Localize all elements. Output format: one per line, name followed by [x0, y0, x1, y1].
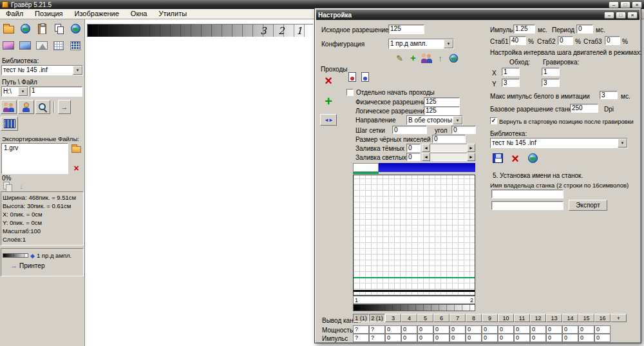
separate-passes-checkbox[interactable] [346, 89, 354, 96]
drive-select[interactable]: H:\ [1, 86, 28, 97]
channel-tab-11[interactable]: 11 [514, 314, 530, 322]
direction-select[interactable]: В обе стороны [406, 115, 463, 125]
power-cell-11[interactable]: 0 [514, 325, 530, 334]
list-item[interactable]: 1.grv [2, 144, 68, 153]
close-icon[interactable] [627, 12, 638, 19]
x-bypass-field[interactable]: 1 [502, 68, 520, 76]
scroll-right-icon[interactable] [467, 144, 475, 152]
power-cell-10[interactable]: 0 [498, 325, 514, 334]
channel-tab-4[interactable]: 4 [401, 314, 417, 322]
power-cell-16[interactable]: 0 [594, 325, 611, 334]
power-cell-8[interactable]: 0 [466, 325, 482, 334]
swap-arrows-icon[interactable] [320, 114, 337, 126]
pulse-cell-15[interactable]: 0 [578, 334, 594, 342]
menu-image[interactable]: Изображение [69, 9, 125, 19]
edit-pencil-icon[interactable] [393, 52, 406, 64]
add-plus-icon[interactable] [407, 52, 419, 64]
pulse-cell-3[interactable]: 0 [385, 334, 401, 342]
power-cell-14[interactable]: 0 [562, 325, 578, 334]
pulse-cell-2[interactable]: ? [369, 334, 385, 342]
users-icon[interactable] [421, 52, 433, 64]
power-cell-5[interactable]: 0 [417, 325, 433, 334]
angle-field[interactable]: 0 [451, 126, 476, 134]
pulse-cell-7[interactable]: 0 [450, 334, 466, 342]
chevron-down-icon[interactable] [73, 66, 82, 75]
channel-tab-14[interactable]: 14 [562, 314, 578, 322]
image-icon[interactable] [1, 38, 16, 53]
scroll-track[interactable] [430, 153, 467, 161]
stab3-field[interactable]: 0 [605, 36, 620, 45]
arrow-right-icon[interactable] [58, 100, 71, 114]
fill-light-slider[interactable] [422, 153, 475, 161]
channel-tab-7[interactable]: 7 [450, 314, 466, 322]
x-engrave-field[interactable]: 1 [542, 68, 560, 76]
exported-files-list[interactable]: 1.grv [1, 143, 68, 174]
power-cell-12[interactable]: 0 [530, 325, 546, 334]
stab1-field[interactable]: 40 [509, 36, 526, 45]
y-engrave-field[interactable]: 3 [542, 79, 560, 87]
channel-tab-+[interactable]: + [611, 314, 627, 322]
copy-page-icon[interactable] [346, 72, 358, 82]
pulse-cell-4[interactable]: 0 [401, 334, 417, 342]
channel-tab-2(1)[interactable]: 2 (1) [369, 314, 385, 322]
logical-resolution-field[interactable]: 125 [424, 106, 460, 115]
save-disk-icon[interactable] [490, 151, 506, 165]
grid-step-field[interactable]: 0 [392, 126, 427, 134]
add-plus-icon[interactable] [321, 95, 336, 108]
menu-utilities[interactable]: Утилиты [153, 9, 193, 19]
library-select[interactable]: тест № 145 .inf [490, 138, 628, 148]
globe-icon[interactable] [448, 52, 460, 64]
maximize-icon[interactable] [620, 1, 630, 8]
maximize-icon[interactable] [616, 12, 626, 19]
channel-tab-8[interactable]: 8 [466, 314, 482, 322]
globe-icon[interactable] [525, 151, 540, 165]
physical-resolution-field[interactable]: 125 [424, 97, 460, 106]
channel-tab-13[interactable]: 13 [546, 314, 562, 322]
library-select[interactable]: тест № 145 .inf [1, 65, 83, 75]
pulse-cell-1[interactable]: ? [353, 334, 369, 342]
pulse-cell-10[interactable]: 0 [498, 334, 514, 342]
power-cell-2[interactable]: ? [369, 325, 385, 334]
channel-tab-3[interactable]: 3 [385, 314, 401, 322]
menu-position[interactable]: Позиция [29, 9, 69, 19]
channel-tab-1(1)[interactable]: 1 (1) [353, 314, 369, 322]
chevron-down-icon[interactable] [18, 87, 28, 96]
pulse-cell-16[interactable]: 0 [594, 334, 611, 342]
delete-x-icon[interactable] [321, 74, 336, 87]
menu-file[interactable]: Файл [0, 9, 29, 19]
file-name-field[interactable]: 1 [30, 86, 82, 97]
channel-tab-9[interactable]: 9 [482, 314, 498, 322]
stab2-field[interactable]: 0 [558, 36, 573, 45]
channel-tab-16[interactable]: 16 [594, 314, 611, 322]
period-field[interactable]: 0 [576, 24, 593, 34]
fill-dark-field[interactable]: 0 [406, 144, 421, 152]
pulse-cell-11[interactable]: 0 [514, 334, 530, 342]
max-white-field[interactable]: 3 [600, 91, 618, 99]
delete-x-icon[interactable] [507, 151, 523, 165]
scroll-right-icon[interactable] [467, 153, 475, 161]
chevron-down-icon[interactable] [444, 39, 453, 48]
source-resolution-field[interactable]: 125 [388, 24, 424, 34]
users-icon[interactable] [1, 100, 17, 114]
pulse-cell-14[interactable]: 0 [562, 334, 578, 342]
close-icon[interactable] [632, 1, 642, 8]
channel-tab-6[interactable]: 6 [433, 314, 450, 322]
channel-tab-12[interactable]: 12 [530, 314, 546, 322]
pulse-cell-6[interactable]: 0 [433, 334, 450, 342]
paste-page-icon[interactable] [359, 72, 371, 82]
menu-windows[interactable]: Окна [125, 9, 153, 19]
pulse-field[interactable]: 1.25 [513, 24, 535, 34]
power-cell-13[interactable]: 0 [546, 325, 562, 334]
return-home-checkbox[interactable] [490, 117, 497, 124]
pulse-cell-8[interactable]: 0 [466, 334, 482, 342]
pulse-cell-13[interactable]: 0 [546, 334, 562, 342]
globe-icon[interactable] [17, 21, 33, 36]
magnifier-icon[interactable] [35, 100, 50, 114]
open-folder-icon[interactable] [1, 21, 16, 36]
copy-icon[interactable] [51, 21, 66, 36]
minimize-icon[interactable] [604, 12, 614, 19]
power-cell-3[interactable]: 0 [385, 325, 401, 334]
mountain-icon[interactable] [34, 38, 50, 53]
curve-grid[interactable] [353, 175, 475, 296]
power-cell-4[interactable]: 0 [401, 325, 417, 334]
